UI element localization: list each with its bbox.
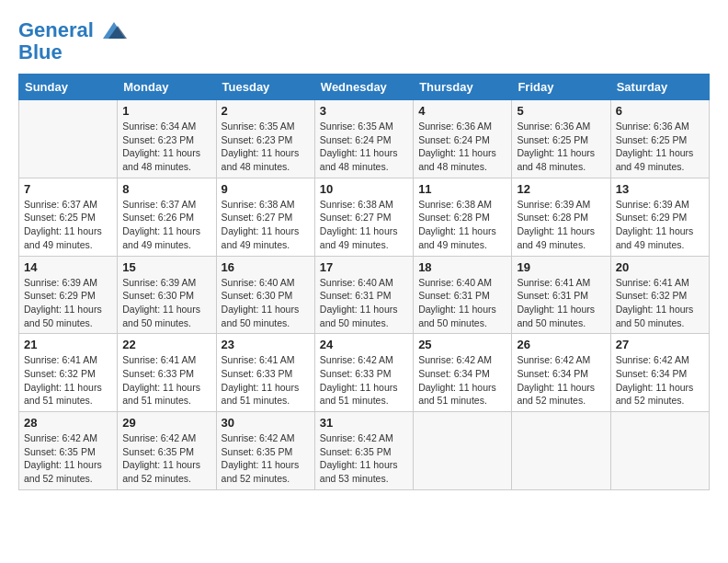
calendar-week-1: 1Sunrise: 6:34 AM Sunset: 6:23 PM Daylig… [19, 100, 710, 178]
day-number: 5 [517, 104, 605, 118]
cell-content: Sunrise: 6:42 AM Sunset: 6:33 PM Dayligh… [320, 353, 408, 408]
cell-content: Sunrise: 6:35 AM Sunset: 6:23 PM Dayligh… [222, 120, 310, 174]
day-number: 17 [320, 260, 408, 274]
cell-content: Sunrise: 6:39 AM Sunset: 6:30 PM Dayligh… [122, 276, 210, 330]
cell-content: Sunrise: 6:42 AM Sunset: 6:35 PM Dayligh… [222, 431, 310, 486]
day-number: 16 [222, 260, 310, 274]
calendar-cell: 24Sunrise: 6:42 AM Sunset: 6:33 PM Dayli… [314, 334, 413, 412]
calendar-cell: 27Sunrise: 6:42 AM Sunset: 6:34 PM Dayli… [610, 334, 709, 412]
calendar-cell: 19Sunrise: 6:41 AM Sunset: 6:31 PM Dayli… [512, 256, 610, 334]
calendar-cell: 5Sunrise: 6:36 AM Sunset: 6:25 PM Daylig… [512, 100, 610, 178]
day-number: 7 [24, 182, 112, 196]
day-number: 13 [616, 182, 704, 196]
cell-content: Sunrise: 6:37 AM Sunset: 6:26 PM Dayligh… [122, 198, 210, 252]
calendar-cell: 3Sunrise: 6:35 AM Sunset: 6:24 PM Daylig… [314, 100, 413, 178]
cell-content: Sunrise: 6:39 AM Sunset: 6:28 PM Dayligh… [517, 198, 605, 252]
column-header-wednesday: Wednesday [314, 75, 413, 100]
calendar-cell: 25Sunrise: 6:42 AM Sunset: 6:34 PM Dayli… [414, 334, 512, 412]
calendar-cell: 8Sunrise: 6:37 AM Sunset: 6:26 PM Daylig… [118, 178, 216, 256]
column-header-tuesday: Tuesday [216, 75, 314, 100]
cell-content: Sunrise: 6:38 AM Sunset: 6:27 PM Dayligh… [320, 198, 408, 252]
column-header-monday: Monday [118, 75, 216, 100]
calendar-body: 1Sunrise: 6:34 AM Sunset: 6:23 PM Daylig… [19, 100, 710, 490]
calendar-week-2: 7Sunrise: 6:37 AM Sunset: 6:25 PM Daylig… [19, 178, 710, 256]
calendar-cell: 31Sunrise: 6:42 AM Sunset: 6:35 PM Dayli… [314, 412, 413, 490]
cell-content: Sunrise: 6:41 AM Sunset: 6:32 PM Dayligh… [24, 353, 112, 408]
cell-content: Sunrise: 6:35 AM Sunset: 6:24 PM Dayligh… [320, 120, 408, 174]
day-number: 4 [418, 104, 506, 118]
calendar-cell [512, 412, 610, 490]
day-number: 10 [320, 182, 408, 196]
cell-content: Sunrise: 6:36 AM Sunset: 6:24 PM Dayligh… [418, 120, 506, 174]
calendar-cell: 7Sunrise: 6:37 AM Sunset: 6:25 PM Daylig… [19, 178, 118, 256]
cell-content: Sunrise: 6:41 AM Sunset: 6:31 PM Dayligh… [517, 276, 605, 330]
day-number: 20 [616, 260, 704, 274]
cell-content: Sunrise: 6:41 AM Sunset: 6:33 PM Dayligh… [122, 353, 210, 408]
day-number: 26 [517, 338, 605, 351]
calendar-cell: 16Sunrise: 6:40 AM Sunset: 6:30 PM Dayli… [216, 256, 314, 334]
day-number: 30 [222, 416, 310, 430]
calendar-cell: 12Sunrise: 6:39 AM Sunset: 6:28 PM Dayli… [512, 178, 610, 256]
day-number: 8 [122, 182, 210, 196]
cell-content: Sunrise: 6:41 AM Sunset: 6:33 PM Dayligh… [222, 353, 310, 408]
calendar-cell: 10Sunrise: 6:38 AM Sunset: 6:27 PM Dayli… [314, 178, 413, 256]
day-number: 12 [517, 182, 605, 196]
cell-content: Sunrise: 6:38 AM Sunset: 6:28 PM Dayligh… [418, 198, 506, 252]
day-number: 15 [122, 260, 210, 274]
column-header-thursday: Thursday [414, 75, 512, 100]
day-number: 28 [24, 416, 112, 430]
day-number: 25 [418, 338, 506, 351]
calendar-cell: 15Sunrise: 6:39 AM Sunset: 6:30 PM Dayli… [118, 256, 216, 334]
day-number: 23 [222, 338, 310, 351]
cell-content: Sunrise: 6:40 AM Sunset: 6:31 PM Dayligh… [320, 276, 408, 330]
logo: General Blue [18, 18, 127, 64]
calendar-week-5: 28Sunrise: 6:42 AM Sunset: 6:35 PM Dayli… [19, 412, 710, 490]
calendar-cell: 1Sunrise: 6:34 AM Sunset: 6:23 PM Daylig… [118, 100, 216, 178]
day-number: 2 [222, 104, 310, 118]
calendar-cell: 2Sunrise: 6:35 AM Sunset: 6:23 PM Daylig… [216, 100, 314, 178]
cell-content: Sunrise: 6:42 AM Sunset: 6:34 PM Dayligh… [517, 353, 605, 408]
calendar-week-4: 21Sunrise: 6:41 AM Sunset: 6:32 PM Dayli… [19, 334, 710, 412]
cell-content: Sunrise: 6:36 AM Sunset: 6:25 PM Dayligh… [517, 120, 605, 174]
column-header-sunday: Sunday [19, 75, 118, 100]
cell-content: Sunrise: 6:42 AM Sunset: 6:34 PM Dayligh… [418, 353, 506, 408]
day-number: 9 [222, 182, 310, 196]
day-number: 29 [122, 416, 210, 430]
calendar-cell [414, 412, 512, 490]
calendar-cell: 23Sunrise: 6:41 AM Sunset: 6:33 PM Dayli… [216, 334, 314, 412]
day-number: 11 [418, 182, 506, 196]
day-number: 27 [616, 338, 704, 351]
page-header: General Blue [18, 18, 710, 64]
cell-content: Sunrise: 6:37 AM Sunset: 6:25 PM Dayligh… [24, 198, 112, 252]
cell-content: Sunrise: 6:39 AM Sunset: 6:29 PM Dayligh… [616, 198, 704, 252]
day-number: 19 [517, 260, 605, 274]
calendar-cell: 28Sunrise: 6:42 AM Sunset: 6:35 PM Dayli… [19, 412, 118, 490]
cell-content: Sunrise: 6:34 AM Sunset: 6:23 PM Dayligh… [122, 120, 210, 174]
day-number: 22 [122, 338, 210, 351]
calendar-cell: 6Sunrise: 6:36 AM Sunset: 6:25 PM Daylig… [610, 100, 709, 178]
calendar-week-3: 14Sunrise: 6:39 AM Sunset: 6:29 PM Dayli… [19, 256, 710, 334]
cell-content: Sunrise: 6:36 AM Sunset: 6:25 PM Dayligh… [616, 120, 704, 174]
calendar-cell: 22Sunrise: 6:41 AM Sunset: 6:33 PM Dayli… [118, 334, 216, 412]
calendar-cell: 17Sunrise: 6:40 AM Sunset: 6:31 PM Dayli… [314, 256, 413, 334]
calendar-cell: 30Sunrise: 6:42 AM Sunset: 6:35 PM Dayli… [216, 412, 314, 490]
column-header-friday: Friday [512, 75, 610, 100]
calendar-cell: 14Sunrise: 6:39 AM Sunset: 6:29 PM Dayli… [19, 256, 118, 334]
calendar-table: SundayMondayTuesdayWednesdayThursdayFrid… [18, 74, 710, 490]
calendar-cell: 26Sunrise: 6:42 AM Sunset: 6:34 PM Dayli… [512, 334, 610, 412]
cell-content: Sunrise: 6:40 AM Sunset: 6:31 PM Dayligh… [418, 276, 506, 330]
cell-content: Sunrise: 6:42 AM Sunset: 6:35 PM Dayligh… [320, 431, 408, 486]
cell-content: Sunrise: 6:42 AM Sunset: 6:35 PM Dayligh… [24, 431, 112, 486]
calendar-cell: 4Sunrise: 6:36 AM Sunset: 6:24 PM Daylig… [414, 100, 512, 178]
calendar-cell [610, 412, 709, 490]
day-number: 18 [418, 260, 506, 274]
calendar-cell: 13Sunrise: 6:39 AM Sunset: 6:29 PM Dayli… [610, 178, 709, 256]
calendar-header: SundayMondayTuesdayWednesdayThursdayFrid… [19, 75, 710, 100]
day-number: 31 [320, 416, 408, 430]
cell-content: Sunrise: 6:41 AM Sunset: 6:32 PM Dayligh… [616, 276, 704, 330]
column-header-saturday: Saturday [610, 75, 709, 100]
cell-content: Sunrise: 6:38 AM Sunset: 6:27 PM Dayligh… [222, 198, 310, 252]
day-number: 3 [320, 104, 408, 118]
day-number: 24 [320, 338, 408, 351]
cell-content: Sunrise: 6:39 AM Sunset: 6:29 PM Dayligh… [24, 276, 112, 330]
